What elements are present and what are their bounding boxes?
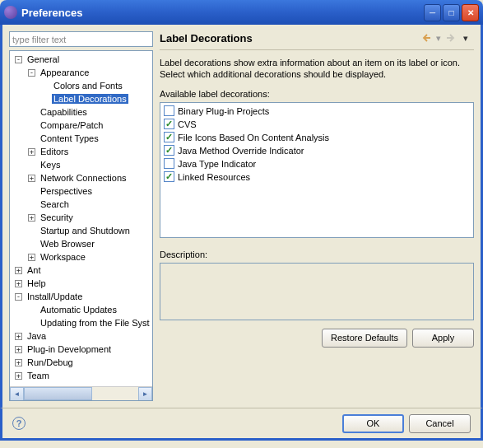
tree-item-label: Capabilities (39, 107, 89, 117)
decoration-item[interactable]: Binary Plug-in Projects (162, 105, 471, 118)
tree-item-label: General (26, 54, 61, 64)
tree-item-label: Help (26, 278, 48, 288)
right-panel: Label Decorations ▾ ▾ Label decorations … (160, 31, 474, 401)
tree-item-label: Automatic Updates (39, 305, 118, 315)
tree-item[interactable]: +Workspace (10, 250, 152, 264)
tree-item[interactable]: -Install/Update (10, 290, 152, 303)
checkbox[interactable] (164, 105, 174, 116)
tree-item[interactable]: +Plug-in Development (10, 343, 152, 356)
expand-icon[interactable]: + (15, 333, 22, 340)
app-icon (4, 6, 17, 19)
tree-item-label: Install/Update (26, 292, 84, 301)
expand-icon[interactable]: + (28, 148, 35, 156)
tree-item-label: Plug-in Development (26, 344, 113, 354)
tree-item[interactable]: Automatic Updates (10, 303, 152, 316)
tree-item-label: Label Decorations (52, 94, 128, 104)
tree-item-label: Security (39, 212, 75, 222)
tree-item-label: Appearance (39, 68, 91, 77)
tree-item[interactable]: -General (10, 53, 152, 66)
tree-item[interactable]: Capabilities (10, 105, 152, 119)
tree-item-label: Compare/Patch (39, 120, 104, 130)
decoration-item[interactable]: Java Type Indicator (162, 157, 471, 170)
tree-item[interactable]: +Security (10, 211, 152, 224)
titlebar[interactable]: Preferences ─ □ ✕ (0, 0, 483, 25)
tree-item[interactable]: Updating from the File Syst (10, 316, 152, 329)
tree-item-label: Workspace (39, 252, 87, 262)
decoration-label: CVS (178, 119, 197, 129)
decorations-list: Binary Plug-in ProjectsCVSFile Icons Bas… (160, 102, 474, 238)
decoration-label: Linked Resources (178, 172, 250, 182)
decoration-item[interactable]: CVS (162, 118, 471, 131)
tree-item[interactable]: Perspectives (10, 184, 152, 198)
help-icon[interactable]: ? (12, 417, 26, 430)
filter-input[interactable] (9, 31, 153, 47)
decoration-item[interactable]: Java Method Override Indicator (162, 144, 471, 157)
forward-button (443, 31, 456, 44)
tree-item-label: Network Connections (39, 173, 128, 183)
restore-defaults-button[interactable]: Restore Defaults (322, 329, 407, 348)
collapse-icon[interactable]: - (15, 293, 22, 301)
tree-item[interactable]: Startup and Shutdown (10, 224, 152, 237)
left-panel: -General-AppearanceColors and FontsLabel… (9, 31, 153, 401)
tree-item-label: Colors and Fonts (52, 81, 124, 91)
tree-item[interactable]: +Help (10, 277, 152, 290)
tree-item[interactable]: Compare/Patch (10, 119, 152, 132)
decoration-label: Java Type Indicator (178, 159, 256, 169)
window-title: Preferences (21, 7, 424, 19)
scroll-left-arrow[interactable]: ◄ (10, 387, 24, 401)
checkbox[interactable] (164, 132, 174, 142)
tree-item[interactable]: Search (10, 198, 152, 211)
tree-item[interactable]: Content Types (10, 132, 152, 145)
expand-icon[interactable]: + (15, 359, 22, 366)
expand-icon[interactable]: + (28, 175, 35, 182)
tree-item[interactable]: Keys (10, 158, 152, 171)
page-description: Label decorations show extra information… (160, 57, 474, 81)
expand-icon[interactable]: + (28, 214, 35, 222)
tree-item-label: Updating from the File Syst (39, 318, 151, 328)
expand-icon[interactable]: + (15, 346, 22, 353)
minimize-button[interactable]: ─ (424, 4, 441, 21)
horizontal-scrollbar[interactable]: ◄ ► (10, 386, 152, 400)
collapse-icon[interactable]: - (28, 69, 35, 77)
expand-icon[interactable]: + (28, 254, 35, 261)
tree-item[interactable]: +Ant (10, 264, 152, 277)
tree-item[interactable]: Colors and Fonts (10, 79, 152, 92)
tree-item[interactable]: +Network Connections (10, 171, 152, 184)
page-title: Label Decorations (160, 32, 420, 44)
close-button[interactable]: ✕ (462, 4, 479, 21)
tree-item-label: Keys (39, 160, 62, 170)
tree-item-label: Ant (26, 265, 43, 275)
checkbox[interactable] (164, 119, 174, 129)
expand-icon[interactable]: + (15, 372, 22, 380)
tree-item[interactable]: Label Decorations (10, 92, 152, 105)
expand-icon[interactable]: + (15, 280, 22, 287)
tree-item-label: Editors (39, 147, 70, 156)
maximize-button[interactable]: □ (443, 4, 460, 21)
checkbox[interactable] (164, 145, 174, 156)
tree-item-label: Java (26, 331, 48, 341)
checkbox[interactable] (164, 158, 174, 169)
collapse-icon[interactable]: - (15, 56, 22, 63)
tree-item[interactable]: +Team (10, 369, 152, 382)
preferences-tree[interactable]: -General-AppearanceColors and FontsLabel… (10, 51, 152, 386)
tree-item[interactable]: -Appearance (10, 66, 152, 79)
tree-item[interactable]: Web Browser (10, 237, 152, 250)
tree-container: -General-AppearanceColors and FontsLabel… (9, 50, 153, 401)
ok-button[interactable]: OK (342, 414, 404, 433)
tree-item-label: Content Types (39, 133, 100, 143)
back-button[interactable] (421, 31, 434, 44)
scroll-thumb[interactable] (24, 387, 92, 400)
menu-dropdown-icon[interactable]: ▾ (459, 31, 472, 44)
nav-separator: ▾ (436, 33, 441, 44)
apply-button[interactable]: Apply (412, 329, 474, 348)
scroll-right-arrow[interactable]: ► (138, 387, 152, 401)
tree-item[interactable]: +Java (10, 329, 152, 343)
cancel-button[interactable]: Cancel (409, 414, 471, 433)
checkbox[interactable] (164, 171, 174, 182)
tree-item[interactable]: +Editors (10, 145, 152, 158)
decoration-item[interactable]: File Icons Based On Content Analysis (162, 131, 471, 144)
decoration-item[interactable]: Linked Resources (162, 170, 471, 184)
expand-icon[interactable]: + (15, 267, 22, 274)
tree-item[interactable]: +Run/Debug (10, 356, 152, 369)
tree-item-label: Search (39, 199, 71, 209)
